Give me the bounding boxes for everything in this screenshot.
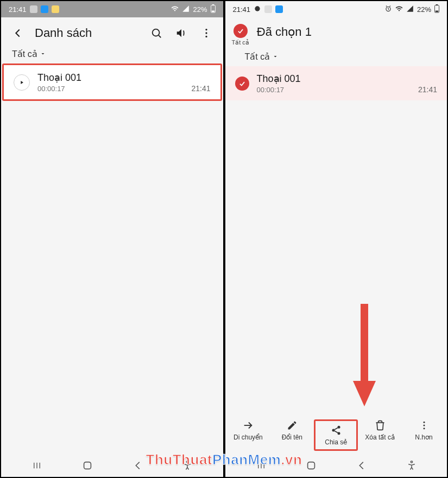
back-icon[interactable] (10, 25, 26, 41)
check-icon (234, 24, 248, 38)
svg-line-25 (335, 431, 338, 432)
filter-dropdown[interactable]: Tất cả (225, 48, 447, 66)
phone-left: 21:41 22% Danh sách (0, 0, 224, 478)
svg-rect-32 (308, 462, 315, 469)
action-bar: Di chuyển Đổi tên Chia sẻ Xóa tất cả N.h… (225, 414, 447, 453)
select-all-button[interactable]: Tất cả (232, 24, 249, 46)
wifi-icon (395, 5, 403, 14)
android-navbar (225, 453, 447, 477)
pencil-icon (287, 419, 298, 431)
speaker-icon[interactable] (173, 25, 190, 41)
move-button[interactable]: Di chuyển (226, 419, 270, 451)
svg-point-13 (255, 6, 260, 11)
svg-point-7 (205, 36, 207, 37)
page-title: Danh sách (35, 26, 140, 40)
item-name: Thoại 001 (37, 72, 184, 84)
status-time: 21:41 (233, 5, 251, 14)
filter-label: Tất cả (12, 49, 37, 59)
filter-dropdown[interactable]: Tất cả (1, 46, 223, 63)
status-app-icon (30, 5, 37, 13)
page-title: Đã chọn 1 (257, 24, 312, 39)
home-icon[interactable] (81, 460, 93, 474)
app-header: Danh sách (1, 17, 223, 46)
svg-point-26 (423, 422, 425, 423)
search-icon[interactable] (148, 25, 165, 41)
svg-rect-2 (211, 10, 214, 12)
item-duration: 00:00:17 (257, 86, 411, 94)
list-item[interactable]: Thoại 001 00:00:17 21:41 (2, 63, 222, 101)
svg-point-6 (205, 32, 207, 34)
list-item[interactable]: Thoại 001 00:00:17 21:41 (225, 66, 447, 100)
recents-icon[interactable] (255, 461, 267, 473)
svg-point-12 (187, 461, 188, 463)
action-label: N.hơn (415, 434, 432, 441)
item-duration: 00:00:17 (37, 85, 184, 93)
share-button[interactable]: Chia sẻ (314, 419, 358, 451)
more-button[interactable]: N.hơn (402, 419, 446, 451)
play-icon[interactable] (14, 74, 30, 91)
rename-button[interactable]: Đổi tên (270, 419, 314, 451)
arrow-right-icon (242, 419, 254, 431)
signal-icon (406, 5, 414, 14)
item-info: Thoại 001 00:00:17 (37, 72, 184, 93)
statusbar-left: 21:41 22% (1, 1, 223, 17)
svg-point-5 (205, 29, 207, 30)
more-icon[interactable] (198, 25, 214, 41)
chevron-down-icon (40, 49, 46, 59)
status-app-icon (41, 5, 48, 13)
back-nav-icon[interactable] (356, 460, 368, 474)
status-app-icon (275, 5, 283, 13)
svg-line-4 (159, 35, 161, 37)
select-all-label: Tất cả (232, 39, 249, 46)
item-name: Thoại 001 (257, 73, 411, 85)
recording-list: Thoại 001 00:00:17 21:41 (1, 63, 223, 453)
recording-list: Thoại 001 00:00:17 21:41 (225, 66, 447, 414)
battery-text: 22% (193, 5, 207, 14)
share-icon (331, 424, 342, 436)
chevron-down-icon (272, 52, 279, 62)
trash-icon (375, 419, 386, 431)
svg-line-24 (335, 428, 338, 429)
check-icon[interactable] (235, 77, 249, 91)
item-time: 21:41 (191, 84, 210, 93)
status-app-icon (264, 5, 272, 13)
home-icon[interactable] (305, 460, 317, 474)
action-label: Di chuyển (234, 434, 263, 441)
signal-icon (182, 5, 190, 14)
action-label: Chia sẻ (325, 438, 347, 446)
status-app-icon (52, 5, 59, 13)
wifi-icon (171, 5, 179, 14)
svg-point-28 (423, 428, 425, 429)
android-navbar (1, 453, 223, 477)
accessibility-icon[interactable] (182, 460, 193, 473)
phone-right: 21:41 22% Tất cả Đã chọn 1 Tất cả (224, 0, 449, 478)
svg-rect-11 (84, 462, 91, 469)
svg-point-23 (337, 432, 340, 435)
status-record-icon (254, 5, 261, 14)
selection-header: Tất cả Đã chọn 1 (225, 17, 447, 48)
back-nav-icon[interactable] (132, 460, 144, 474)
item-info: Thoại 001 00:00:17 (257, 73, 411, 94)
battery-icon (434, 4, 439, 15)
svg-point-22 (332, 429, 335, 432)
alarm-icon (384, 5, 392, 14)
recents-icon[interactable] (31, 461, 43, 473)
svg-rect-17 (436, 10, 438, 12)
svg-point-27 (423, 425, 425, 426)
svg-point-21 (337, 426, 340, 429)
svg-point-3 (152, 29, 159, 36)
accessibility-icon[interactable] (406, 460, 417, 473)
item-time: 21:41 (418, 85, 437, 94)
svg-point-33 (411, 461, 412, 463)
status-time: 21:41 (9, 5, 27, 14)
filter-label: Tất cả (245, 52, 270, 62)
action-label: Xóa tất cả (365, 434, 395, 441)
more-icon (419, 419, 430, 431)
delete-all-button[interactable]: Xóa tất cả (358, 419, 402, 451)
battery-icon (211, 4, 216, 15)
battery-text: 22% (417, 5, 431, 14)
statusbar-right: 21:41 22% (225, 1, 447, 17)
action-label: Đổi tên (282, 434, 302, 441)
